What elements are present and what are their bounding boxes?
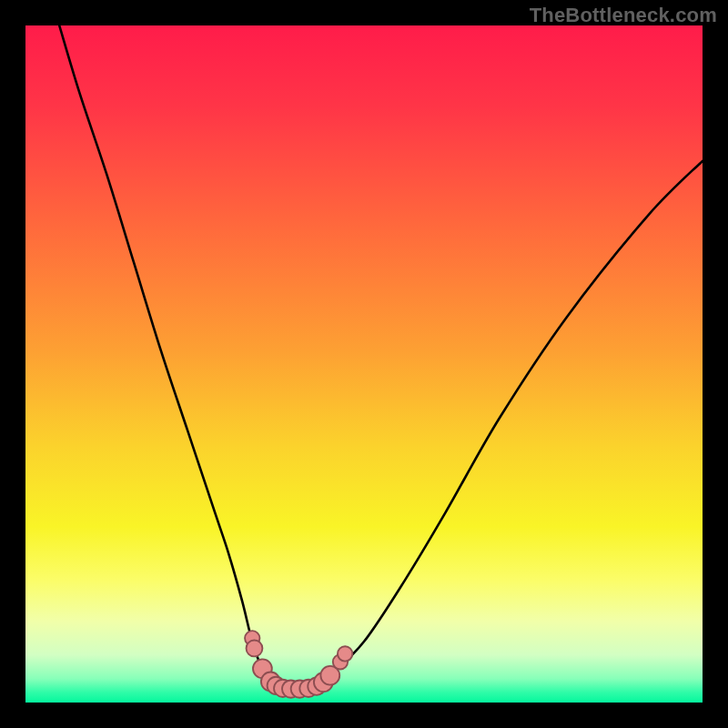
watermark-text: TheBottleneck.com [530,4,717,27]
curve-layer [25,25,703,703]
chart-frame: TheBottleneck.com [0,0,728,728]
curve-marker [338,646,352,661]
plot-area [25,25,703,703]
curve-markers [245,631,352,698]
curve-marker [247,641,263,657]
bottleneck-curve [59,25,703,690]
